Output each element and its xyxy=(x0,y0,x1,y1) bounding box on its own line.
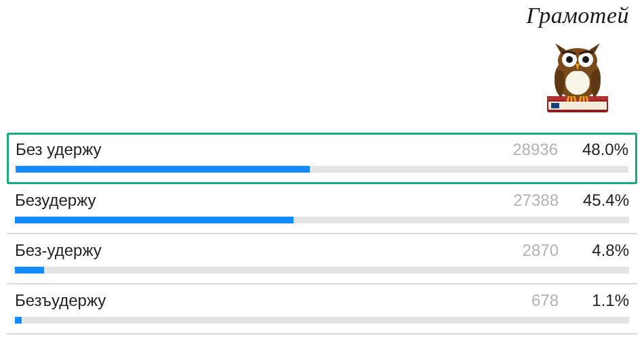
option-label: Безудержу xyxy=(15,191,498,210)
brand-logo: Грамотей xyxy=(526,3,629,118)
option-count: 28936 xyxy=(497,140,558,159)
option-label: Безъудержу xyxy=(15,291,498,310)
poll-option[interactable]: Без удержу 28936 48.0% xyxy=(7,133,637,184)
option-percent: 48.0% xyxy=(574,140,628,159)
option-count: 678 xyxy=(498,291,559,310)
progress-fill xyxy=(16,166,310,173)
option-label: Без-удержу xyxy=(15,241,498,260)
svg-point-5 xyxy=(565,70,590,95)
option-label: Без удержу xyxy=(16,140,497,159)
brand-title: Грамотей xyxy=(526,3,629,28)
progress-fill xyxy=(15,317,22,324)
option-count: 2870 xyxy=(498,241,559,260)
poll-option[interactable]: Безудержу 27388 45.4% xyxy=(7,184,637,234)
svg-point-8 xyxy=(566,56,573,63)
poll-results: Без удержу 28936 48.0% Безудержу 27388 4… xyxy=(7,133,637,334)
progress-track xyxy=(15,217,629,223)
option-percent: 1.1% xyxy=(575,291,629,310)
svg-rect-3 xyxy=(551,103,559,108)
progress-track xyxy=(15,317,629,324)
option-percent: 4.8% xyxy=(575,241,629,260)
option-count: 27388 xyxy=(498,191,559,210)
svg-point-9 xyxy=(582,56,589,63)
poll-option[interactable]: Без-удержу 2870 4.8% xyxy=(7,234,637,284)
poll-option[interactable]: Безъудержу 678 1.1% xyxy=(7,284,637,334)
progress-track xyxy=(16,166,628,173)
progress-fill xyxy=(15,267,44,274)
progress-track xyxy=(15,267,629,274)
owl-on-book-icon xyxy=(534,30,622,118)
progress-fill xyxy=(15,217,294,223)
option-percent: 45.4% xyxy=(575,191,629,210)
